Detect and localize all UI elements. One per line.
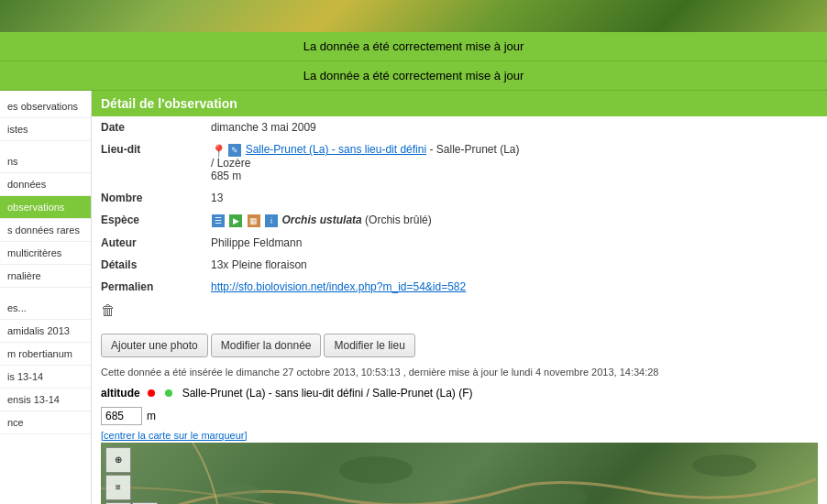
espece-icon-photo[interactable]: ▶: [229, 214, 242, 227]
lieu-suffix: - Salle-Prunet (La): [429, 143, 519, 156]
row-details: Détails 13x Pleine floraison: [92, 254, 827, 276]
sidebar-item-is1314[interactable]: is 13-14: [0, 366, 91, 389]
sidebar-item-nce[interactable]: nce: [0, 411, 91, 434]
nombre-value: 13: [202, 187, 827, 209]
modify-data-button[interactable]: Modifier la donnée: [211, 334, 322, 357]
espece-value: ☰ ▶ ▦ i Orchis ustulata (Orchis brûlé): [202, 209, 827, 232]
permalien-value: http://sfo.biolovision.net/index.php?m_i…: [202, 276, 827, 298]
row-lieu: Lieu-dit 📍 ✎ Salle-Prunet (La) - sans li…: [92, 138, 827, 187]
row-date: Date dimanche 3 mai 2009: [92, 116, 827, 138]
altitude-input-row: m: [92, 404, 827, 428]
date-value: dimanche 3 mai 2009: [202, 116, 827, 138]
lieu-region: / Lozère: [211, 157, 250, 170]
row-espece: Espèce ☰ ▶ ▦ i Orchis ustulata (Orchis b…: [92, 209, 827, 232]
lieu-label: Lieu-dit: [92, 138, 202, 187]
detail-header: Détail de l'observation: [92, 91, 827, 116]
espece-icon-chart[interactable]: ▦: [248, 214, 260, 227]
add-photo-button[interactable]: Ajouter une photo: [101, 334, 208, 357]
svg-point-1: [532, 487, 587, 504]
row-nombre: Nombre 13: [92, 187, 827, 209]
nombre-label: Nombre: [92, 187, 202, 209]
altitude-input[interactable]: [101, 407, 142, 425]
auteur-value: Philippe Feldmann: [202, 232, 827, 254]
auteur-label: Auteur: [92, 232, 202, 254]
map-container: ⊕ ≡ ◀ ▶: [101, 443, 818, 504]
location-dot-red: [148, 389, 155, 397]
sidebar-item-listes[interactable]: istes: [0, 118, 91, 141]
center-link-container: [centrer la carte sur le marqueur]: [92, 428, 827, 443]
sidebar-item-journaliere[interactable]: rnalière: [0, 265, 91, 288]
lieu-icon[interactable]: ✎: [228, 144, 241, 157]
sidebar-item-multicriteres[interactable]: multicritères: [0, 242, 91, 265]
sidebar-item-ensis1314[interactable]: ensis 13-14: [0, 389, 91, 411]
sidebar-item-robertianum[interactable]: m robertianum: [0, 343, 91, 366]
notification-bar-1: La donnée a été correctement mise à jour: [0, 32, 827, 61]
svg-point-3: [692, 455, 756, 477]
espece-icon-list[interactable]: ☰: [212, 214, 225, 227]
trash-container: 🗑: [92, 298, 827, 329]
notification-bar-2: La donnée a été correctement mise à jour: [0, 61, 827, 91]
location-dot-green: [165, 389, 172, 397]
permalien-url[interactable]: http://sfo.biolovision.net/index.php?m_i…: [211, 280, 466, 293]
detail-table: Date dimanche 3 mai 2009 Lieu-dit 📍 ✎ Sa…: [92, 116, 827, 298]
altitude-label: altitude: [101, 387, 140, 400]
main-content: Détail de l'observation Date dimanche 3 …: [92, 91, 827, 504]
espece-label: Espèce: [92, 209, 202, 232]
center-map-link[interactable]: [centrer la carte sur le marqueur]: [101, 430, 248, 441]
espece-name: Orchis ustulata: [281, 214, 361, 226]
sidebar-item-ns[interactable]: ns: [0, 150, 91, 173]
sidebar-item-observations[interactable]: es observations: [0, 95, 91, 118]
lieu-value: 📍 ✎ Salle-Prunet (La) - sans lieu-dit dé…: [202, 138, 827, 187]
sidebar-item-observations-active[interactable]: observations: [0, 196, 91, 219]
lieu-link[interactable]: Salle-Prunet (La) - sans lieu-dit défini: [246, 143, 426, 156]
map-layer-button[interactable]: ≡: [105, 475, 131, 500]
altitude-section: altitude Salle-Prunet (La) - sans lieu-d…: [92, 382, 827, 404]
map-pin-icon: 📍: [211, 144, 222, 157]
date-label: Date: [92, 116, 202, 138]
svg-point-0: [339, 456, 413, 484]
action-buttons: Ajouter une photo Modifier la donnée Mod…: [92, 329, 827, 362]
sidebar-item-donnees-rares[interactable]: s données rares: [0, 219, 91, 242]
sidebar-item-es[interactable]: es...: [0, 297, 91, 320]
row-auteur: Auteur Philippe Feldmann: [92, 232, 827, 254]
details-label: Détails: [92, 254, 202, 276]
modify-location-button[interactable]: Modifier le lieu: [324, 334, 414, 357]
svg-point-2: [215, 484, 261, 502]
delete-button[interactable]: 🗑: [101, 302, 123, 324]
map-controls: ⊕ ≡ ◀ ▶: [101, 443, 162, 504]
sidebar-item-donnees[interactable]: données: [0, 173, 91, 196]
location-text: Salle-Prunet (La) - sans lieu-dit défini…: [182, 387, 473, 400]
lieu-altitude: 685 m: [211, 170, 241, 182]
altitude-unit: m: [147, 410, 156, 422]
header-image: [0, 0, 827, 32]
sidebar-item-amidalis[interactable]: amidalis 2013: [0, 320, 91, 343]
info-text: Cette donnée a été insérée le dimanche 2…: [92, 362, 827, 382]
details-value: 13x Pleine floraison: [202, 254, 827, 276]
map-nav-button[interactable]: ⊕: [105, 447, 131, 473]
sidebar: es observations istes ns données observa…: [0, 91, 92, 504]
row-permalien: Permalien http://sfo.biolovision.net/ind…: [92, 276, 827, 298]
espece-common: (Orchis brûlé): [365, 214, 432, 226]
espece-icon-info[interactable]: i: [265, 214, 278, 227]
map-svg: [101, 443, 818, 504]
permalien-label: Permalien: [92, 276, 202, 298]
